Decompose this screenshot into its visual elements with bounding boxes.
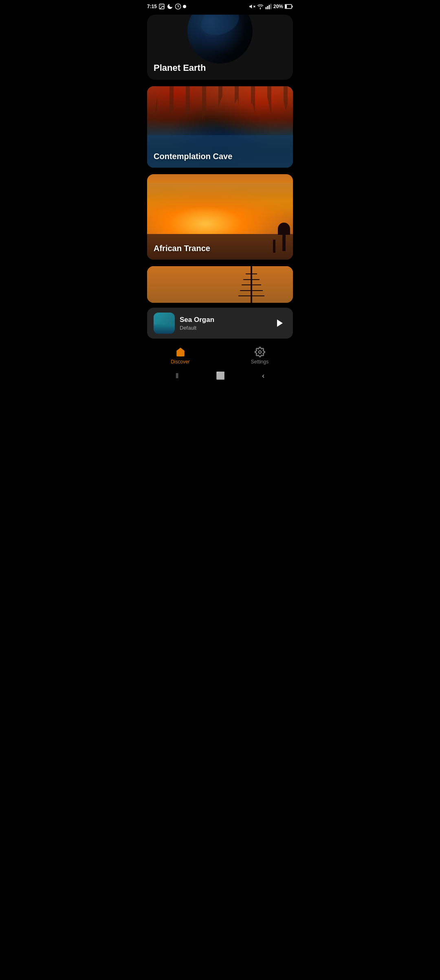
play-button[interactable]	[272, 316, 286, 330]
settings-label: Settings	[251, 359, 268, 365]
status-right: 20%	[249, 3, 293, 10]
gallery-icon	[158, 3, 165, 10]
player-info: Sea Organ Default	[180, 316, 267, 331]
svg-marker-4	[249, 4, 252, 8]
discover-label: Discover	[171, 359, 190, 365]
battery-text: 20%	[273, 4, 283, 9]
home-button[interactable]: ⬜	[216, 371, 225, 380]
earth-circle	[187, 15, 253, 63]
status-bar: 7:15 20%	[141, 0, 299, 11]
tower-arm-2	[243, 279, 260, 280]
sky-clouds	[147, 183, 293, 213]
planet-earth-title: Planet Earth	[154, 63, 286, 73]
tower-arm-4	[240, 290, 263, 291]
wifi-icon	[257, 3, 264, 10]
time-display: 7:15	[147, 4, 157, 9]
svg-point-1	[161, 5, 161, 6]
contemplation-cave-card[interactable]: Contemplation Cave	[147, 86, 293, 168]
thumb-water	[154, 323, 175, 334]
contemplation-cave-label: Contemplation Cave	[154, 152, 232, 161]
svg-point-3	[183, 5, 186, 8]
svg-point-15	[258, 351, 261, 354]
tower-arm-5	[238, 295, 264, 296]
third-card[interactable]	[147, 266, 293, 303]
recent-apps-button[interactable]: ⦀	[176, 372, 179, 380]
cards-container: Contemplation Cave African Trance	[141, 86, 299, 303]
third-card-bg	[147, 266, 293, 303]
gear-icon	[255, 347, 265, 357]
planet-earth-card[interactable]: Planet Earth	[147, 15, 293, 80]
tower-arm-3	[242, 284, 261, 285]
battery-icon	[285, 4, 293, 9]
tree-silhouette-2	[273, 240, 275, 253]
mini-player[interactable]: Sea Organ Default	[147, 308, 293, 339]
dot-icon	[183, 5, 186, 8]
status-left: 7:15	[147, 3, 186, 10]
african-trance-card[interactable]: African Trance	[147, 174, 293, 260]
home-icon	[175, 347, 186, 357]
thumb-sky	[154, 313, 175, 324]
clock-icon	[175, 3, 181, 10]
svg-rect-8	[266, 7, 267, 9]
african-trance-label: African Trance	[154, 244, 210, 253]
play-triangle-icon	[277, 319, 283, 327]
moon-icon	[167, 3, 173, 10]
tree-silhouette-right	[282, 235, 286, 251]
bottom-nav: Discover Settings	[141, 342, 299, 368]
svg-rect-11	[271, 4, 272, 9]
signal-icon	[265, 3, 272, 10]
nav-settings[interactable]: Settings	[244, 347, 276, 365]
tower-arm-1	[246, 273, 257, 274]
svg-rect-13	[285, 5, 287, 8]
svg-rect-14	[292, 6, 293, 7]
cave-water	[147, 135, 293, 168]
player-thumbnail	[154, 313, 175, 334]
svg-rect-9	[267, 6, 268, 9]
player-subtitle: Default	[180, 325, 267, 331]
player-title: Sea Organ	[180, 316, 267, 324]
back-button[interactable]: ‹	[262, 372, 264, 380]
system-nav-bar: ⦀ ⬜ ‹	[141, 368, 299, 385]
tower-main	[251, 266, 252, 303]
svg-point-7	[260, 9, 260, 9]
nav-discover[interactable]: Discover	[164, 347, 197, 365]
svg-rect-10	[269, 5, 270, 9]
mute-icon	[249, 3, 255, 10]
